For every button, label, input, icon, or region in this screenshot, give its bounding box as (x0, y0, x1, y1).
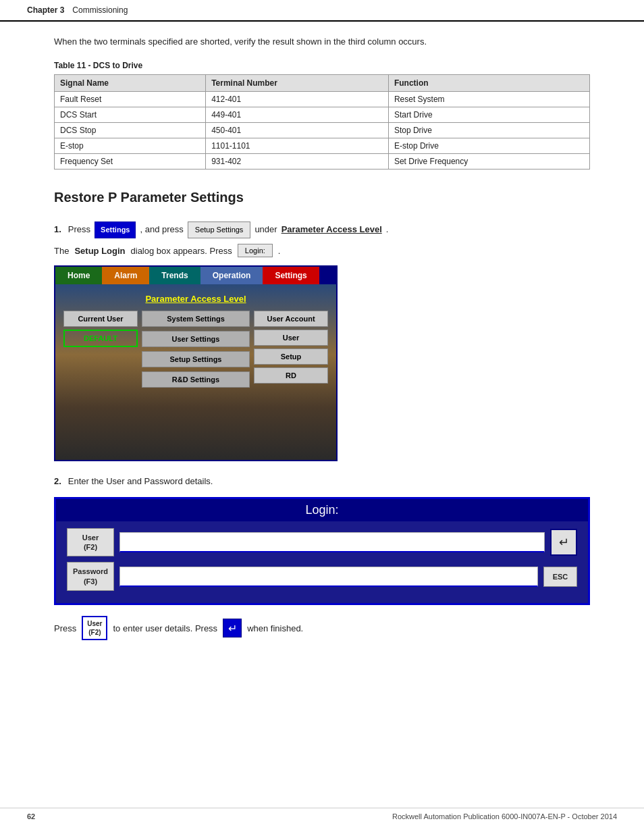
hmi-rd-btn[interactable]: RD (254, 367, 328, 384)
hmi-nav-home[interactable]: Home (55, 267, 102, 284)
step-1-num: 1. (54, 223, 61, 237)
step-1-period: . (386, 223, 389, 237)
intro-paragraph: When the two terminals specified are sho… (54, 35, 590, 49)
hmi-col-mid: System Settings User Settings Setup Sett… (142, 311, 250, 389)
hmi-screenshot: Home Alarm Trends Operation Settings Par… (54, 265, 338, 461)
page-footer: 62 Rockwell Automation Publication 6000-… (0, 808, 644, 820)
table-cell: Start Drive (388, 107, 589, 122)
hmi-param-title: Parameter Access Level (63, 290, 328, 311)
main-content: When the two terminals specified are sho… (0, 22, 644, 681)
chapter-section: Commissioning (72, 5, 128, 15)
table-cell: E-stop (55, 138, 206, 153)
parameter-access-level-link[interactable]: Parameter Access Level (281, 223, 382, 237)
table-row: E-stop1101-1101E-stop Drive (55, 138, 590, 153)
setup-settings-button[interactable]: Setup Settings (188, 221, 251, 239)
hmi-system-settings-btn[interactable]: System Settings (142, 311, 250, 327)
col-function: Function (388, 74, 589, 91)
table-cell: Stop Drive (388, 122, 589, 138)
hmi-rd-settings-btn[interactable]: R&D Settings (142, 371, 250, 388)
page-number: 62 (27, 812, 35, 820)
step-2-num: 2. (54, 475, 61, 489)
table-cell: Reset System (388, 91, 589, 107)
login-dialog-body: User(F2) ↵ Password(F3) ESC (56, 521, 588, 603)
table-cell: DCS Stop (55, 122, 206, 138)
step-2-text: Enter the User and Password details. (68, 475, 213, 489)
esc-button[interactable]: ESC (543, 567, 577, 587)
hmi-nav-alarm[interactable]: Alarm (102, 267, 149, 284)
hmi-user-account-btn[interactable]: User Account (254, 311, 328, 327)
section-heading: Restore P Parameter Settings (54, 190, 590, 205)
hmi-user-settings-btn[interactable]: User Settings (142, 331, 250, 347)
publication-info: Rockwell Automation Publication 6000-IN0… (392, 812, 617, 820)
setup-login-bold: Setup Login (74, 246, 125, 256)
password-label-btn[interactable]: Password(F3) (67, 562, 114, 591)
step-1-line: 1. Press Settings , and press Setup Sett… (54, 221, 590, 239)
hmi-setup-btn[interactable]: Setup (254, 348, 328, 365)
password-input-field[interactable] (119, 567, 538, 587)
dcs-table: Signal Name Terminal Number Function Fau… (54, 74, 590, 170)
login-suffix: . (278, 246, 281, 256)
login-intro: The (54, 246, 69, 256)
table-cell: 450-401 (206, 122, 389, 138)
login-password-row: Password(F3) ESC (67, 562, 577, 591)
hmi-columns: Current User DEFAULT System Settings Use… (63, 311, 328, 389)
page-header: Chapter 3 Commissioning (0, 0, 644, 22)
press-mid: to enter user details. Press (113, 623, 217, 633)
table-cell: DCS Start (55, 107, 206, 122)
table-cell: Fault Reset (55, 91, 206, 107)
hmi-current-user-btn[interactable]: Current User (63, 311, 138, 327)
press-prefix: Press (54, 623, 76, 633)
settings-button[interactable]: Settings (95, 221, 136, 239)
user-f2-button[interactable]: User(F2) (82, 616, 107, 640)
hmi-nav-operation[interactable]: Operation (200, 267, 263, 284)
login-line: The Setup Login dialog box appears. Pres… (54, 244, 590, 257)
chapter-label: Chapter 3 (27, 5, 64, 15)
user-label-btn[interactable]: User(F2) (67, 528, 114, 557)
step-1-suffix-pre: under (254, 223, 277, 237)
step-2-line: 2. Enter the User and Password details. (54, 475, 590, 489)
login-dialog: Login: User(F2) ↵ Password(F3) ESC (54, 497, 590, 605)
login-dialog-title: Login: (56, 499, 588, 521)
table-cell: 449-401 (206, 107, 389, 122)
table-row: Fault Reset412-401Reset System (55, 91, 590, 107)
login-mid: dialog box appears. Press (131, 246, 232, 256)
table-title: Table 11 - DCS to Drive (54, 61, 590, 70)
hmi-col-right: User Account User Setup RD (254, 311, 328, 389)
table-row: DCS Stop450-401Stop Drive (55, 122, 590, 138)
hmi-default-btn[interactable]: DEFAULT (63, 330, 138, 347)
enter-blue-button[interactable]: ↵ (223, 619, 242, 637)
step-2-block: 2. Enter the User and Password details. … (54, 475, 590, 640)
table-cell: E-stop Drive (388, 138, 589, 153)
login-button[interactable]: Login: (238, 244, 273, 257)
step-1-block: 1. Press Settings , and press Setup Sett… (54, 221, 590, 462)
table-cell: 412-401 (206, 91, 389, 107)
hmi-nav-trends[interactable]: Trends (149, 267, 200, 284)
hmi-setup-settings-btn[interactable]: Setup Settings (142, 351, 250, 367)
table-cell: 931-402 (206, 153, 389, 169)
user-input-field[interactable] (119, 532, 545, 552)
hmi-nav-settings[interactable]: Settings (263, 267, 319, 284)
hmi-user-btn[interactable]: User (254, 330, 328, 346)
press-line: Press User(F2) to enter user details. Pr… (54, 616, 590, 640)
login-user-row: User(F2) ↵ (67, 528, 577, 557)
step-1-mid: , and press (140, 223, 183, 237)
step-1-prefix: Press (68, 223, 90, 237)
table-cell: Set Drive Frequency (388, 153, 589, 169)
hmi-col-left: Current User DEFAULT (63, 311, 138, 389)
press-suffix: when finished. (247, 623, 303, 633)
table-cell: Frequency Set (55, 153, 206, 169)
table-row: Frequency Set931-402Set Drive Frequency (55, 153, 590, 169)
col-signal-name: Signal Name (55, 74, 206, 91)
enter-button[interactable]: ↵ (550, 529, 577, 556)
col-terminal-number: Terminal Number (206, 74, 389, 91)
hmi-body: Parameter Access Level Current User DEFA… (55, 284, 336, 460)
table-row: DCS Start449-401Start Drive (55, 107, 590, 122)
table-cell: 1101-1101 (206, 138, 389, 153)
hmi-nav: Home Alarm Trends Operation Settings (55, 267, 336, 284)
